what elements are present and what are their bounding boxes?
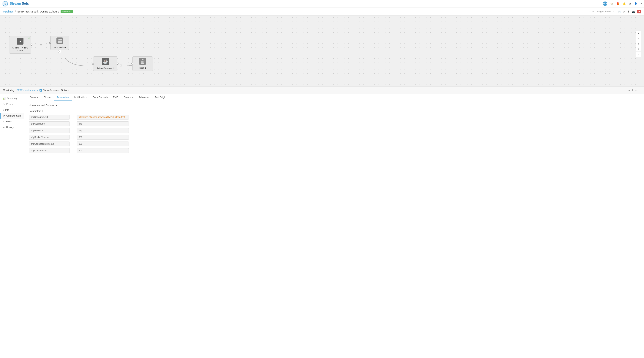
pipeline-header: Pipelines / SFTP - test-arianit: Uptime … [0,8,644,16]
param-key-input-0[interactable] [29,115,70,120]
more-options-button[interactable]: ··· [628,89,630,92]
tab-error-records[interactable]: Error Records [90,94,110,101]
help-icon[interactable]: ? [640,2,642,5]
monitoring-header: Monitoring: SFTP - test-arianit ▾ ✓ Show… [0,87,644,94]
fullscreen-button[interactable]: ⛶ [638,89,641,92]
param-row-4: ⋮ [29,142,640,146]
home-view-button[interactable]: ⌂ [636,36,641,41]
monitoring-sidebar: 📊Summary⚠ErrorsℹInfo⚙Configuration≡Rules… [0,94,24,358]
param-row-0: ⋮ [29,115,640,120]
jython-icon: ☕ [95,58,116,66]
temp-location-node[interactable]: temp location E [50,36,69,50]
param-key-input-3[interactable] [29,135,70,140]
pipeline-canvas: ⚙ ☁ FTP SFTP/FTP/FTPSClient ⚙ → [0,16,644,87]
show-advanced-checkbox[interactable]: ✓ Show Advanced Options [40,89,69,92]
param-val-input-4[interactable] [76,142,129,146]
tab-advanced[interactable]: Advanced [136,94,152,101]
top-navigation: S StreamSets SCH 🏠 🎁 🔔 ⚙ 👤 ? [0,0,644,8]
trash-node[interactable]: Trash 1 [132,56,153,71]
params-content: Hide Advanced Options ▲ Parameters ℹ ⋮ ⋮… [24,101,644,158]
tab-general[interactable]: General [27,94,41,101]
param-key-input-4[interactable] [29,142,70,146]
tab-cluster[interactable]: Cluster [41,94,54,101]
param-row-menu-4[interactable]: ⋮ [71,143,75,145]
checkbox-icon: ✓ [40,89,42,92]
camera-icon[interactable]: 📷 [632,10,635,13]
monitoring-header-right: ··· ? − ⛶ [628,89,641,92]
param-row-2: ⋮ [29,128,640,133]
monitoring-pipeline-name[interactable]: SFTP - test-arianit ▾ [16,89,38,92]
tab-emr[interactable]: EMR [110,94,121,101]
sftp-label: SFTP/FTP/FTPSClient [10,47,30,52]
nav-left: S StreamSets [2,1,29,7]
share-icon[interactable]: ⬆ [628,10,630,13]
gift-icon[interactable]: 🎁 [616,2,620,5]
tab-dataproc[interactable]: Dataproc [121,94,136,101]
help-button[interactable]: ? [632,89,633,92]
param-key-input-5[interactable] [29,148,70,153]
pipeline-header-actions: ✓ All Changes Saved ··· 📄 ⇄ ⬆ 📷 ■ [589,10,641,14]
zoom-controls: ▲ ◀ ⌂ ▶ ▼ + − [636,31,641,57]
more-options-icon[interactable]: ··· [613,10,615,13]
nav-right: SCH 🏠 🎁 🔔 ⚙ 👤 ? [603,2,642,6]
param-row-menu-0[interactable]: ⋮ [71,116,75,119]
breadcrumb: Pipelines / SFTP - test-arianit: Uptime … [3,10,73,13]
document-icon[interactable]: 📄 [618,10,621,13]
param-val-input-0[interactable] [76,115,129,120]
param-val-input-3[interactable] [76,135,129,140]
param-row-1: ⋮ [29,121,640,126]
sidebar-icon-rules: ≡ [3,120,4,123]
temp-left-connector [49,42,51,44]
param-row-menu-2[interactable]: ⋮ [71,129,75,132]
sidebar-item-errors[interactable]: ⚠Errors [0,101,24,107]
param-val-input-1[interactable] [76,121,129,126]
params-section-header: Parameters ℹ [29,110,640,112]
param-val-input-5[interactable] [76,148,129,153]
sidebar-item-configuration[interactable]: ⚙Configuration [0,113,24,119]
check-icon: ✓ [589,10,591,13]
jython-gear-icon: ⚙ [120,64,122,67]
param-val-input-2[interactable] [76,128,129,133]
zoom-in-button[interactable]: + [636,47,641,52]
sftp-node[interactable]: ⚙ ☁ FTP SFTP/FTP/FTPSClient [9,36,31,54]
jython-right-connector [117,63,118,65]
logo: StreamSets [10,2,29,6]
param-row-menu-3[interactable]: ⋮ [71,136,75,139]
svg-text:FTP: FTP [19,39,22,41]
sidebar-item-rules[interactable]: ≡Rules [0,119,24,124]
arrow-right-icon: → [46,44,49,48]
user-icon[interactable]: 👤 [634,2,637,5]
sidebar-item-info[interactable]: ℹInfo [0,107,24,113]
param-row-menu-1[interactable]: ⋮ [71,123,75,125]
hide-advanced-options-toggle[interactable]: Hide Advanced Options ▲ [29,104,640,107]
jython-node[interactable]: ☕ Jython Evaluator 1 [93,56,118,71]
zoom-out-button[interactable]: − [636,52,641,57]
tab-parameters[interactable]: Parameters [54,94,72,101]
home-icon[interactable]: 🏠 [610,2,614,5]
svg-text:☕: ☕ [103,59,108,64]
monitoring-panel: Monitoring: SFTP - test-arianit ▾ ✓ Show… [0,87,644,358]
stop-button[interactable]: ■ [637,10,641,14]
notification-icon[interactable]: 🔔 [622,2,626,5]
param-key-input-1[interactable] [29,121,70,126]
param-key-input-2[interactable] [29,128,70,133]
param-row-menu-5[interactable]: ⋮ [71,149,75,152]
svg-rect-8 [56,38,63,44]
svg-rect-20 [142,59,144,60]
tab-test-origin[interactable]: Test Origin [152,94,169,101]
gear-connector-icon: ⚙ [40,43,42,47]
svg-text:S: S [4,3,6,5]
pan-up-button[interactable]: ▲ [636,31,641,36]
pipeline-connections [0,16,644,86]
minimize-button[interactable]: − [635,89,636,92]
sidebar-item-history[interactable]: ↩History [0,124,24,130]
pan-down-button[interactable]: ▼ [636,41,641,47]
monitoring-body: 📊Summary⚠ErrorsℹInfo⚙Configuration≡Rules… [0,94,644,358]
sidebar-item-summary[interactable]: 📊Summary [0,96,24,101]
shuffle-icon[interactable]: ⇄ [623,10,625,13]
settings-icon[interactable]: ⚙ [629,2,631,5]
params-info-icon[interactable]: ℹ [42,110,43,112]
tab-notifications[interactable]: Notifications [72,94,90,101]
monitoring-main-content: GeneralClusterParametersNotificationsErr… [24,94,644,358]
pipelines-link[interactable]: Pipelines [3,10,14,13]
